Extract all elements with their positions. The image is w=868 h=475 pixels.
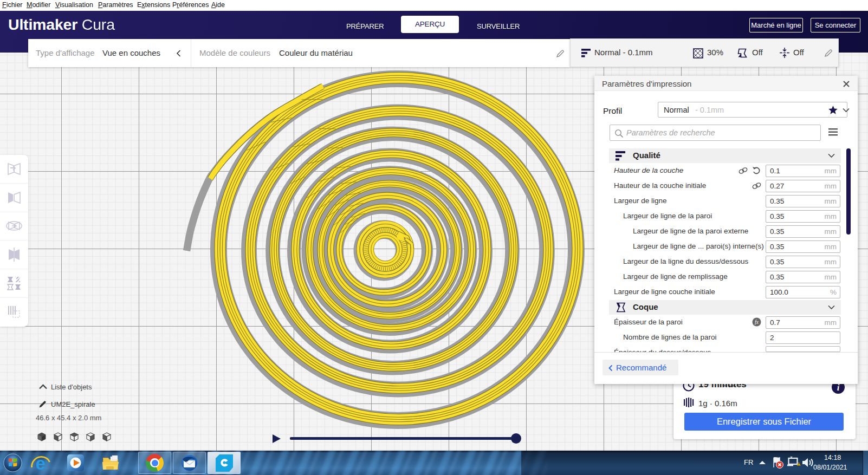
svg-text:fx: fx [755, 320, 759, 325]
